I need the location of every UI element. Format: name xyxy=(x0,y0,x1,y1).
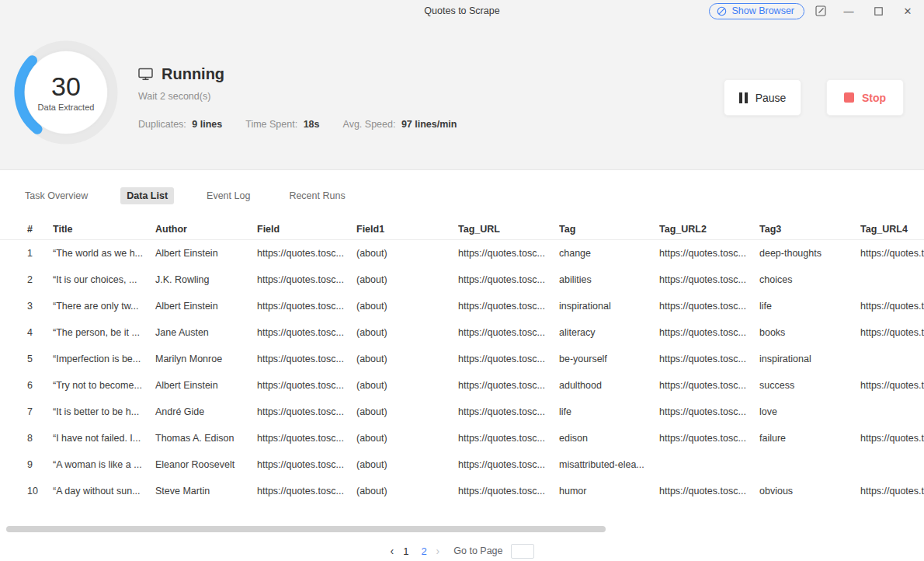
stop-button[interactable]: Stop xyxy=(826,79,904,116)
table-cell: inspirational xyxy=(759,354,860,364)
table-cell: 6 xyxy=(19,380,53,391)
table-cell: https://quotes.tosc... xyxy=(860,380,924,391)
goto-page-input[interactable] xyxy=(511,544,534,559)
maximize-icon[interactable] xyxy=(867,1,890,21)
table-cell: https://quotes.tosc... xyxy=(458,486,559,497)
table-header-row: #TitleAuthorFieldField1Tag_URLTagTag_URL… xyxy=(0,218,924,240)
close-icon[interactable]: ✕ xyxy=(896,1,919,21)
stat-item: Duplicates: 9 lines xyxy=(138,119,222,130)
tab-recent-runs[interactable]: Recent Runs xyxy=(283,187,351,204)
table-cell: André Gide xyxy=(155,406,257,417)
table-cell: https://quotes.tosc... xyxy=(659,301,759,312)
table-row: 2“It is our choices, ...J.K. Rowlinghttp… xyxy=(0,267,924,293)
table-row: 1“The world as we h...Albert Einsteinhtt… xyxy=(0,240,924,267)
table-cell: “Imperfection is be... xyxy=(53,354,155,364)
table-cell: 8 xyxy=(19,433,53,444)
data-extracted-label: Data Extracted xyxy=(38,103,95,112)
next-page-icon[interactable]: › xyxy=(436,545,440,557)
column-header: Author xyxy=(155,224,257,235)
table-cell: J.K. Rowling xyxy=(155,274,257,285)
pagination: ‹ 12 › Go to Page xyxy=(0,542,924,559)
table-cell: (about) xyxy=(356,406,458,417)
table-cell: Albert Einstein xyxy=(155,301,257,312)
table-cell: Thomas A. Edison xyxy=(155,433,257,444)
table-cell: (about) xyxy=(356,354,458,364)
table-cell: choices xyxy=(759,274,860,285)
table-row: 5“Imperfection is be...Marilyn Monroehtt… xyxy=(0,346,924,372)
table-cell: https://quotes.tosc... xyxy=(860,433,924,444)
table-row: 8“I have not failed. I...Thomas A. Ediso… xyxy=(0,425,924,451)
page-number-1[interactable]: 1 xyxy=(401,545,410,557)
table-cell: deep-thoughts xyxy=(759,248,860,259)
table-cell: “The person, be it ... xyxy=(53,327,155,338)
tab-data-list[interactable]: Data List xyxy=(120,187,174,204)
run-state: Running xyxy=(162,65,224,83)
table-cell: Jane Austen xyxy=(155,327,257,338)
table-row: 7“It is better to be h...André Gidehttps… xyxy=(0,399,924,425)
table-cell: https://quotes.tosc... xyxy=(860,327,924,338)
table-cell: change xyxy=(559,248,659,259)
table-row: 6“Try not to become...Albert Einsteinhtt… xyxy=(0,372,924,399)
table-cell: 2 xyxy=(19,274,53,285)
show-browser-button[interactable]: Show Browser xyxy=(709,3,804,19)
table-cell: failure xyxy=(759,433,860,444)
pause-button[interactable]: Pause xyxy=(724,79,801,116)
stop-icon xyxy=(844,92,854,103)
table-cell: https://quotes.tosc... xyxy=(458,433,559,444)
table-cell: https://quotes.tosc... xyxy=(659,406,759,417)
table-body: 1“The world as we h...Albert Einsteinhtt… xyxy=(0,240,924,504)
column-header: Tag3 xyxy=(759,224,860,235)
table-row: 10“A day without sun...Steve Martinhttps… xyxy=(0,478,924,504)
table-cell: aliteracy xyxy=(559,327,659,338)
table-cell: (about) xyxy=(356,380,458,391)
table-cell: https://quotes.tosc... xyxy=(659,327,759,338)
table-cell: humor xyxy=(559,486,659,497)
table-cell: https://quotes.tosc... xyxy=(257,380,356,391)
goto-page-label: Go to Page xyxy=(453,545,502,556)
titlebar-controls: Show Browser — ✕ xyxy=(709,0,919,22)
eye-slash-icon xyxy=(717,6,727,16)
table-cell: edison xyxy=(559,433,659,444)
column-header: Tag xyxy=(559,224,659,235)
progress-ring: 30 Data Extracted xyxy=(14,40,118,145)
table-cell: https://quotes.tosc... xyxy=(659,354,759,364)
table-cell: inspirational xyxy=(559,301,659,312)
table-cell: misattributed-elea... xyxy=(559,459,659,470)
table-cell: https://quotes.tosc... xyxy=(257,354,356,364)
table-cell: https://quotes.tosc... xyxy=(659,433,759,444)
tab-event-log[interactable]: Event Log xyxy=(200,187,256,204)
table-cell: https://quotes.tosc... xyxy=(257,433,356,444)
column-header: Tag_URL4 xyxy=(860,224,924,235)
table-cell: obvious xyxy=(759,486,860,497)
horizontal-scrollbar-thumb[interactable] xyxy=(6,526,606,532)
table-cell: 1 xyxy=(19,248,53,259)
stat-item: Avg. Speed: 97 lines/min xyxy=(343,119,457,130)
minimize-icon[interactable]: — xyxy=(837,1,860,21)
data-extracted-count: 30 xyxy=(51,73,81,101)
table-cell: adulthood xyxy=(559,380,659,391)
table-cell: (about) xyxy=(356,327,458,338)
tab-task-overview[interactable]: Task Overview xyxy=(19,187,94,204)
table-cell: https://quotes.tosc... xyxy=(659,486,759,497)
horizontal-scrollbar xyxy=(0,525,924,533)
table-cell: https://quotes.tosc... xyxy=(257,459,356,470)
table-row: 9“A woman is like a ...Eleanor Roosevelt… xyxy=(0,451,924,478)
table-cell: Albert Einstein xyxy=(155,380,257,391)
stop-label: Stop xyxy=(862,92,886,104)
table-cell: life xyxy=(559,406,659,417)
table-cell: https://quotes.tosc... xyxy=(458,406,559,417)
table-cell: success xyxy=(759,380,860,391)
column-header: Field xyxy=(257,224,356,235)
edit-icon[interactable] xyxy=(811,1,831,21)
table-cell: (about) xyxy=(356,433,458,444)
table-cell: “A day without sun... xyxy=(53,486,155,497)
table-cell: https://quotes.tosc... xyxy=(458,354,559,364)
table-cell: (about) xyxy=(356,248,458,259)
column-header: Tag_URL2 xyxy=(659,224,759,235)
table-cell: (about) xyxy=(356,459,458,470)
prev-page-icon[interactable]: ‹ xyxy=(390,545,394,557)
table-cell: “A woman is like a ... xyxy=(53,459,155,470)
table-cell: https://quotes.tosc... xyxy=(659,248,759,259)
page-number-2[interactable]: 2 xyxy=(419,545,428,557)
table-cell: Eleanor Roosevelt xyxy=(155,459,257,470)
